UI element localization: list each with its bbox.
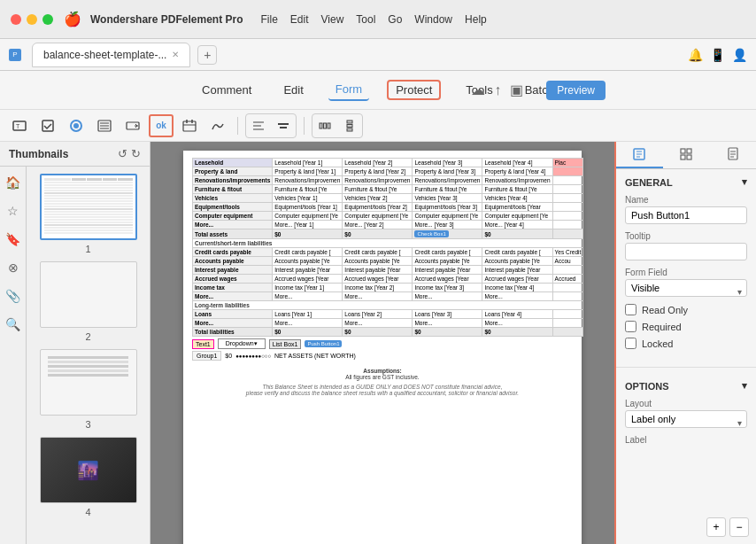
divider-1 <box>616 367 756 368</box>
table-row: More... More... [Year 1]More... [Year 2]… <box>193 221 583 229</box>
required-row: Required <box>625 321 747 332</box>
layout-label: Layout <box>625 399 747 408</box>
total-assets-row: Total assets $0$0Check Box1$0 <box>193 229 583 239</box>
maximize-button[interactable] <box>42 14 53 25</box>
apple-icon: 🍎 <box>64 11 81 27</box>
cloud-icon[interactable]: ☁ <box>471 82 485 98</box>
menu-view[interactable]: View <box>321 13 344 26</box>
assumptions-title: Assumptions: <box>192 368 573 374</box>
menu-bar: File Edit View Tool Go Window Help <box>261 13 487 26</box>
table-row: Loans Loans [Year 1]Loans [Year 2]Loans … <box>193 310 583 319</box>
share-icon[interactable]: ↑ <box>494 82 501 98</box>
general-section-title[interactable]: GENERAL ▾ <box>625 176 747 188</box>
titlebar: 🍎 Wondershare PDFelement Pro File Edit V… <box>0 0 756 39</box>
options-section: OPTIONS ▾ Layout Label only Icon only Ic… <box>616 373 756 454</box>
table-row: More... More...More...More...More... <box>193 319 583 328</box>
menu-help[interactable]: Help <box>465 13 487 26</box>
options-section-title[interactable]: OPTIONS ▾ <box>625 380 747 392</box>
svg-text:T: T <box>16 123 20 129</box>
tab-close-icon[interactable]: ✕ <box>172 50 179 59</box>
align-tool-group <box>245 113 297 138</box>
section-row-2: Long-term liabilities <box>193 301 583 310</box>
menu-window[interactable]: Window <box>414 13 452 26</box>
tab-form[interactable]: Form <box>328 79 369 101</box>
account-icon[interactable]: 👤 <box>732 48 747 62</box>
doc-table: Leasehold Leasehold [Year 1]Leasehold [Y… <box>192 158 583 337</box>
text-field-tool[interactable]: T <box>7 114 32 137</box>
sidebar: Thumbnails ↺ ↻ 🏠 ☆ 🔖 ⊗ 📎 🔍 <box>0 142 150 544</box>
sidebar-icon-1[interactable]: 🏠 <box>5 175 20 190</box>
sidebar-back-icon[interactable]: ↺ <box>118 147 127 160</box>
properties-tab[interactable] <box>616 142 663 168</box>
tooltip-input[interactable] <box>625 243 747 260</box>
sidebar-icon-6[interactable]: 🔍 <box>5 317 20 331</box>
menu-file[interactable]: File <box>261 13 278 26</box>
distribute-h-tool[interactable] <box>312 114 337 137</box>
general-section: GENERAL ▾ Name Tooltip Form Field Visibl… <box>616 169 756 361</box>
doc-area[interactable]: Leasehold Leasehold [Year 1]Leasehold [Y… <box>150 142 614 544</box>
combo-tool[interactable] <box>120 114 145 137</box>
menu-go[interactable]: Go <box>388 13 402 26</box>
thumbnails-list: 1 2 <box>27 167 150 544</box>
button-tool[interactable]: ok <box>149 114 174 137</box>
notification-icon[interactable]: 🔔 <box>688 48 703 62</box>
working-capital-label: NET ASSETS (NET WORTH) <box>274 353 356 359</box>
locked-checkbox[interactable] <box>625 338 636 349</box>
progress-dots: ●●●●●●●●○○○ <box>235 354 271 359</box>
checkbox-tool[interactable] <box>35 114 60 137</box>
minimize-button[interactable] <box>27 14 37 25</box>
pages-tab[interactable] <box>709 142 756 168</box>
device-icon[interactable]: 📱 <box>710 48 725 62</box>
date-tool[interactable] <box>177 114 202 137</box>
grid-tab[interactable] <box>663 142 710 168</box>
right-panel-tabs <box>616 142 756 169</box>
thumb-page-4[interactable]: 🌆 4 <box>34 437 143 517</box>
align-left-tool[interactable] <box>246 114 271 137</box>
table-row: Vehicles Vehicles [Year 1]Vehicles [Year… <box>193 194 583 203</box>
menu-edit[interactable]: Edit <box>290 13 309 26</box>
required-checkbox[interactable] <box>625 321 636 332</box>
align-center-tool[interactable] <box>271 114 296 137</box>
distribute-v-tool[interactable] <box>337 114 362 137</box>
separator-2 <box>304 117 305 135</box>
add-tab-button[interactable]: + <box>197 45 217 65</box>
add-field-button[interactable]: + <box>706 517 726 537</box>
sidebar-icon-3[interactable]: 🔖 <box>5 232 20 246</box>
signature-tool[interactable] <box>205 114 230 137</box>
svg-point-4 <box>73 123 79 128</box>
thumb-img-2 <box>40 261 137 328</box>
traffic-lights[interactable] <box>11 14 53 25</box>
remove-field-button[interactable]: − <box>729 517 749 537</box>
svg-rect-20 <box>320 123 322 128</box>
sidebar-forward-icon[interactable]: ↻ <box>131 147 141 160</box>
menu-tool[interactable]: Tool <box>356 13 375 26</box>
name-input[interactable] <box>625 206 747 224</box>
layout-icon[interactable]: ▣ <box>510 82 523 98</box>
tab-edit[interactable]: Edit <box>276 80 310 100</box>
tabbar: P balance-sheet-template-... ✕ + 🔔 📱 👤 <box>0 39 756 71</box>
check-box-field[interactable]: Check Box1 <box>414 230 448 237</box>
preview-button[interactable]: Preview <box>546 81 606 100</box>
close-button[interactable] <box>11 14 21 25</box>
tab-document[interactable]: balance-sheet-template-... ✕ <box>32 43 190 67</box>
app-icon: P <box>9 49 21 61</box>
thumb-page-1[interactable]: 1 <box>34 174 143 254</box>
tab-protect[interactable]: Protect <box>387 80 441 100</box>
form-field-select[interactable]: Visible Hidden Visible but not printable <box>625 279 747 297</box>
thumb-page-3[interactable]: 3 <box>34 349 143 430</box>
right-panel: GENERAL ▾ Name Tooltip Form Field Visibl… <box>614 142 756 544</box>
dropdown-field[interactable]: Dropdown▾ <box>218 338 266 349</box>
list-box-field[interactable]: List Box1 <box>269 339 302 349</box>
radio-tool[interactable] <box>64 114 89 137</box>
tab-comment[interactable]: Comment <box>195 80 258 100</box>
table-row: Furniture & fitout Furniture & fitout [Y… <box>193 185 583 194</box>
tooltip-label: Tooltip <box>625 231 747 241</box>
sidebar-icon-4[interactable]: ⊗ <box>8 260 19 275</box>
push-button-field[interactable]: Push Button1 <box>305 340 342 347</box>
list-tool[interactable] <box>92 114 117 137</box>
sidebar-icon-5[interactable]: 📎 <box>5 289 20 303</box>
sidebar-icon-2[interactable]: ☆ <box>7 204 19 218</box>
thumb-page-2[interactable]: 2 <box>34 261 143 342</box>
read-only-checkbox[interactable] <box>625 304 636 315</box>
layout-select[interactable]: Label only Icon only Icon top, label bot… <box>625 410 747 428</box>
